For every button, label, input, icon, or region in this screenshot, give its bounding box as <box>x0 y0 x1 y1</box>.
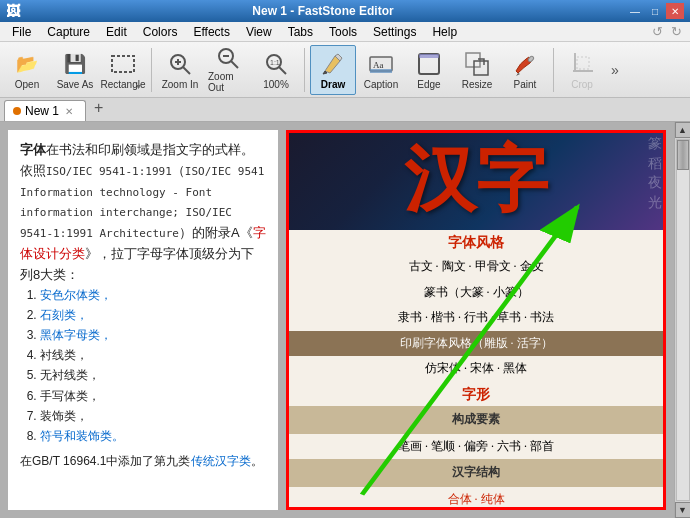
svg-rect-0 <box>112 56 134 72</box>
main-area: 字体在书法和印刷领域是指文字的式样。依照ISO/IEC 9541-1:1991（… <box>0 122 690 518</box>
list-item-8: 符号和装饰类。 <box>40 427 266 446</box>
open-button[interactable]: 📂 Open <box>4 45 50 95</box>
paint-label: Paint <box>514 79 537 90</box>
draw-label: Draw <box>321 79 345 90</box>
caption-label: Caption <box>364 79 398 90</box>
subsection-components: 构成要素 <box>286 406 666 434</box>
vertical-scrollbar: ▲ ▼ <box>674 122 690 518</box>
svg-rect-16 <box>466 53 480 67</box>
svg-text:1:1: 1:1 <box>270 59 280 66</box>
app-icon: 🖼 <box>6 3 20 19</box>
caption-icon: Aa <box>367 50 395 78</box>
svg-line-9 <box>279 67 286 74</box>
separator-2 <box>304 48 305 92</box>
tab-close-button[interactable]: ✕ <box>65 106 73 117</box>
menu-help[interactable]: Help <box>424 23 465 41</box>
svg-line-2 <box>183 67 190 74</box>
zoom-out-icon <box>214 46 242 70</box>
right-pane: 篆稻夜光 汉字 字体风格 古文 · 陶文 · 甲骨文 · 金文 篆书（大篆 · … <box>286 130 666 510</box>
zoom-100-label: 100% <box>263 79 289 90</box>
zoom-100-icon: 1:1 <box>262 50 290 78</box>
zoom-in-label: Zoom In <box>162 79 199 90</box>
tab-new1-label: New 1 <box>25 104 59 118</box>
svg-line-6 <box>231 61 238 68</box>
save-as-button[interactable]: 💾 Save As <box>52 45 98 95</box>
window-controls: — □ ✕ <box>626 3 684 19</box>
separator-1 <box>151 48 152 92</box>
open-icon: 📂 <box>13 50 41 78</box>
list-item-1: 安色尔体类， <box>40 286 266 305</box>
tab-new1[interactable]: New 1 ✕ <box>4 100 86 121</box>
zoom-100-button[interactable]: 1:1 100% <box>253 45 299 95</box>
draw-icon <box>319 50 347 78</box>
resize-button[interactable]: Resize <box>454 45 500 95</box>
close-button[interactable]: ✕ <box>666 3 684 19</box>
maximize-button[interactable]: □ <box>646 3 664 19</box>
section-character-form: 字形 <box>286 382 666 406</box>
draw-button[interactable]: Draw <box>310 45 356 95</box>
crop-button[interactable]: Crop <box>559 45 605 95</box>
subsection-structure: 汉字结构 <box>286 459 666 487</box>
zoom-in-icon <box>166 50 194 78</box>
zoom-in-button[interactable]: Zoom In <box>157 45 203 95</box>
rectangle-button[interactable]: Rectangle <box>100 45 146 95</box>
tab-modified-indicator <box>13 107 21 115</box>
han-main-character: 汉字 <box>404 132 548 228</box>
rectangle-icon <box>109 50 137 78</box>
separator-3 <box>553 48 554 92</box>
scroll-track[interactable] <box>676 139 690 501</box>
text-content: 字体在书法和印刷领域是指文字的式样。依照ISO/IEC 9541-1:1991（… <box>20 140 266 286</box>
tab-bar: New 1 ✕ + <box>0 98 690 122</box>
menu-tabs[interactable]: Tabs <box>280 23 321 41</box>
han-info-table: 字体风格 古文 · 陶文 · 甲骨文 · 金文 篆书（大篆 · 小篆） 隶书 ·… <box>286 230 666 510</box>
menu-tools[interactable]: Tools <box>321 23 365 41</box>
edge-button[interactable]: Edge <box>406 45 452 95</box>
row-seal-script: 篆书（大篆 · 小篆） <box>286 280 666 306</box>
paint-icon <box>511 50 539 78</box>
list-item-4: 衬线类， <box>40 346 266 365</box>
zoom-out-button[interactable]: Zoom Out <box>205 45 251 95</box>
bg-decoration-chars: 篆稻夜光 <box>644 130 666 216</box>
section-font-style: 字体风格 <box>286 230 666 254</box>
row-ancient-scripts: 古文 · 陶文 · 甲骨文 · 金文 <box>286 254 666 280</box>
menu-file[interactable]: File <box>4 23 39 41</box>
resize-icon <box>463 50 491 78</box>
zoom-out-label: Zoom Out <box>208 71 248 93</box>
menu-colors[interactable]: Colors <box>135 23 186 41</box>
han-image-header: 篆稻夜光 汉字 <box>286 130 666 230</box>
list-item-2: 石刻类， <box>40 306 266 325</box>
paint-button[interactable]: Paint <box>502 45 548 95</box>
edge-label: Edge <box>417 79 440 90</box>
svg-rect-17 <box>474 61 488 75</box>
minimize-button[interactable]: — <box>626 3 644 19</box>
add-tab-button[interactable]: + <box>88 99 109 121</box>
menu-view[interactable]: View <box>238 23 280 41</box>
menu-edit[interactable]: Edit <box>98 23 135 41</box>
menu-settings[interactable]: Settings <box>365 23 424 41</box>
crop-label: Crop <box>571 79 593 90</box>
row-modern-fonts: 仿宋体 · 宋体 · 黑体 <box>286 356 666 382</box>
footer-text: 在GB/T 16964.1中添加了第九类传统汉字类。 <box>20 452 266 471</box>
caption-button[interactable]: Aa Caption <box>358 45 404 95</box>
text-bold-start: 字体 <box>20 142 46 157</box>
scroll-down-button[interactable]: ▼ <box>675 502 691 518</box>
svg-point-18 <box>527 55 534 62</box>
menu-effects[interactable]: Effects <box>185 23 237 41</box>
row-compound: 合体 · 纯体 <box>286 487 666 510</box>
list-item-6: 手写体类， <box>40 387 266 406</box>
svg-rect-13 <box>370 69 392 73</box>
row-regular-scripts: 隶书 · 楷书 · 行书 · 草书 · 书法 <box>286 305 666 331</box>
title-bar: 🖼 New 1 - FastStone Editor — □ ✕ <box>0 0 690 22</box>
scroll-thumb[interactable] <box>677 140 689 170</box>
scroll-up-button[interactable]: ▲ <box>675 122 691 138</box>
list-item-7: 装饰类， <box>40 407 266 426</box>
toolbar-more[interactable]: » <box>607 58 623 82</box>
left-text-pane: 字体在书法和印刷领域是指文字的式样。依照ISO/IEC 9541-1:1991（… <box>8 130 278 510</box>
open-label: Open <box>15 79 39 90</box>
menu-bar: File Capture Edit Colors Effects View Ta… <box>0 22 690 42</box>
row-print-styles: 印刷字体风格（雕版 · 活字） <box>286 331 666 357</box>
menu-capture[interactable]: Capture <box>39 23 98 41</box>
content-area: 字体在书法和印刷领域是指文字的式样。依照ISO/IEC 9541-1:1991（… <box>0 122 674 518</box>
list-item-3: 黑体字母类， <box>40 326 266 345</box>
svg-text:Aa: Aa <box>373 60 384 70</box>
